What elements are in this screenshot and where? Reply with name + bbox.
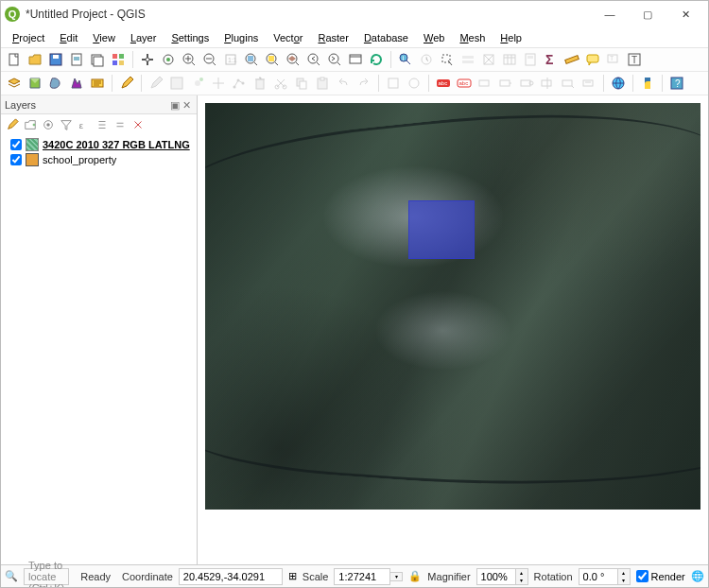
menu-mesh[interactable]: Mesh <box>452 29 493 46</box>
remove-layer-button[interactable] <box>130 117 146 132</box>
digitize-tool-1[interactable] <box>384 74 403 93</box>
annotation-button[interactable]: T <box>604 50 623 69</box>
rotation-spinner[interactable]: ▴▾ <box>618 568 631 585</box>
menu-view[interactable]: View <box>85 29 123 46</box>
new-project-button[interactable] <box>5 50 24 69</box>
new-print-layout-button[interactable] <box>67 50 86 69</box>
save-project-button[interactable] <box>46 50 65 69</box>
action-button[interactable] <box>417 50 436 69</box>
move-feature-button[interactable] <box>209 74 228 93</box>
stats-summary-button[interactable]: Σ <box>542 50 561 69</box>
minimize-button[interactable]: — <box>591 1 629 27</box>
new-virtual-layer-button[interactable] <box>88 74 107 93</box>
crs-button[interactable]: 🌐 EPSG:4326 <box>691 570 709 583</box>
label-tool-3[interactable] <box>517 74 536 93</box>
annotation-text-button[interactable]: T <box>625 50 644 69</box>
plugin-abc-button[interactable]: abc <box>434 74 453 93</box>
close-panel-icon[interactable]: ✕ <box>182 99 193 110</box>
filter-expression-button[interactable]: ε <box>77 117 92 132</box>
label-tool-2[interactable] <box>496 74 515 93</box>
menu-help[interactable]: Help <box>493 29 529 46</box>
node-tool-button[interactable] <box>230 74 249 93</box>
open-data-source-button[interactable] <box>5 74 24 93</box>
zoom-last-button[interactable] <box>304 50 323 69</box>
copy-features-button[interactable] <box>292 74 311 93</box>
close-button[interactable]: ✕ <box>666 1 704 27</box>
menu-vector[interactable]: Vector <box>266 29 310 46</box>
paste-features-button[interactable] <box>313 74 332 93</box>
plugin-abc2-button[interactable]: abc <box>455 74 474 93</box>
magnifier-input[interactable] <box>476 568 516 585</box>
zoom-next-button[interactable] <box>325 50 344 69</box>
zoom-full-button[interactable] <box>242 50 261 69</box>
refresh-button[interactable] <box>367 50 386 69</box>
select-features-button[interactable] <box>438 50 457 69</box>
filter-legend-button[interactable] <box>59 117 74 132</box>
new-shapefile-button[interactable] <box>46 74 65 93</box>
undo-button[interactable] <box>334 74 353 93</box>
python-console-button[interactable] <box>638 74 657 93</box>
new-spatialite-button[interactable] <box>67 74 86 93</box>
open-project-button[interactable] <box>26 50 44 69</box>
scale-input[interactable] <box>334 568 390 585</box>
toggle-extents-icon[interactable]: ⊞ <box>288 570 297 583</box>
deselect-button[interactable] <box>479 50 498 69</box>
add-feature-button[interactable] <box>188 74 207 93</box>
current-edits-button[interactable] <box>147 74 165 93</box>
render-checkbox[interactable]: Render <box>636 570 685 582</box>
label-tool-1[interactable] <box>476 74 494 93</box>
menu-edit[interactable]: Edit <box>52 29 85 46</box>
attribute-table-button[interactable] <box>500 50 519 69</box>
layer-style-button[interactable] <box>5 117 20 132</box>
lock-scale-icon[interactable]: 🔒 <box>408 570 422 583</box>
label-tool-4[interactable] <box>538 74 557 93</box>
layer-row[interactable]: school_property <box>3 152 195 167</box>
select-by-value-button[interactable] <box>458 50 477 69</box>
zoom-out-button[interactable] <box>200 50 219 69</box>
coordinate-input[interactable] <box>179 568 283 585</box>
metasearch-button[interactable] <box>609 74 628 93</box>
map-canvas[interactable] <box>205 103 700 557</box>
digitize-tool-2[interactable] <box>405 74 424 93</box>
zoom-native-button[interactable]: 1:1 <box>221 50 240 69</box>
measure-button[interactable] <box>562 50 581 69</box>
map-tips-button[interactable] <box>583 50 602 69</box>
menu-raster[interactable]: Raster <box>310 29 355 46</box>
menu-layer[interactable]: Layer <box>123 29 164 46</box>
redo-button[interactable] <box>354 74 373 93</box>
plugin-help-button[interactable]: ? <box>667 74 686 93</box>
magnifier-spinner[interactable]: ▴▾ <box>516 568 528 585</box>
layer-visibility-checkbox[interactable] <box>10 139 22 150</box>
collapse-all-button[interactable] <box>112 117 128 132</box>
label-tool-5[interactable] <box>559 74 578 93</box>
expand-all-button[interactable] <box>95 117 110 132</box>
zoom-selection-button[interactable] <box>263 50 282 69</box>
add-group-button[interactable] <box>23 117 38 132</box>
show-layouts-button[interactable] <box>88 50 107 69</box>
rotation-input[interactable] <box>579 568 618 585</box>
identify-button[interactable]: i <box>396 50 415 69</box>
menu-plugins[interactable]: Plugins <box>216 29 266 46</box>
delete-selected-button[interactable] <box>251 74 269 93</box>
save-edits-button[interactable] <box>167 74 186 93</box>
scale-dropdown[interactable]: ▾ <box>390 572 403 581</box>
menu-settings[interactable]: Settings <box>164 29 216 46</box>
label-tool-6[interactable] <box>579 74 598 93</box>
zoom-layer-button[interactable] <box>284 50 303 69</box>
menu-project[interactable]: Project <box>5 29 52 46</box>
pan-to-selection-button[interactable] <box>159 50 178 69</box>
cut-features-button[interactable] <box>271 74 290 93</box>
locator-input[interactable]: Type to locate (Ctrl+K) <box>24 568 69 585</box>
zoom-in-button[interactable] <box>180 50 199 69</box>
maximize-button[interactable]: ▢ <box>629 1 666 27</box>
menu-database[interactable]: Database <box>356 29 416 46</box>
field-calculator-button[interactable] <box>521 50 540 69</box>
manage-themes-button[interactable] <box>41 117 56 132</box>
menu-web[interactable]: Web <box>416 29 452 46</box>
toggle-editing-button[interactable] <box>117 74 136 93</box>
undock-icon[interactable]: ▣ <box>170 99 181 110</box>
layer-visibility-checkbox[interactable] <box>10 154 22 165</box>
layer-row[interactable]: 3420C 2010 327 RGB LATLNG <box>3 137 195 152</box>
new-geopackage-button[interactable] <box>26 74 44 93</box>
pan-button[interactable] <box>138 50 157 69</box>
